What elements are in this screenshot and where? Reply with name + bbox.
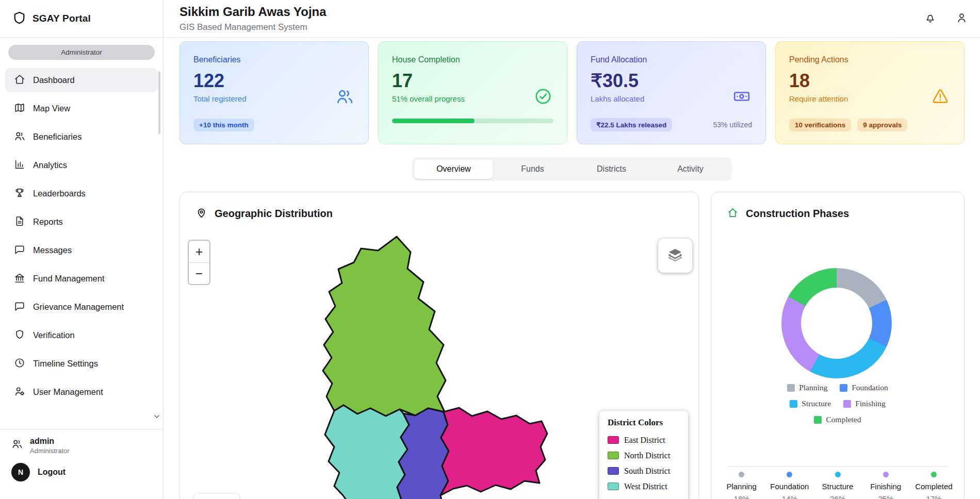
- sidebar-item-label: Dashboard: [33, 75, 75, 85]
- clock-icon: [14, 357, 25, 371]
- user-role: Administrator: [30, 447, 70, 455]
- sidebar-item-dashboard[interactable]: Dashboard: [5, 68, 158, 92]
- construction-phases-panel: Construction Phases Planning Foundation …: [711, 192, 965, 499]
- sidebar-item-label: Messages: [33, 245, 72, 255]
- legend-label: Finishing: [855, 399, 886, 408]
- logout-button[interactable]: N Logout: [11, 463, 152, 481]
- sidebar-item-beneficiaries[interactable]: Beneficiaries: [5, 125, 158, 149]
- phases-donut-chart: [781, 268, 892, 378]
- map-canvas[interactable]: + − District Colors East District North …: [180, 235, 698, 499]
- user-profile-icon[interactable]: [956, 12, 968, 26]
- phases-donut: [781, 268, 892, 378]
- stat-value: 122: [193, 71, 355, 91]
- logout-label: Logout: [38, 468, 66, 477]
- stat-title: House Completion: [392, 55, 553, 64]
- chat-icon: [14, 301, 25, 314]
- legend-label: West District: [624, 482, 667, 491]
- foundation-swatch: [840, 384, 847, 392]
- legend-item-east: East District: [608, 434, 680, 446]
- phase-stat-structure: Structure 26%: [813, 472, 861, 499]
- bank-icon: [14, 272, 25, 286]
- north-district-swatch: [608, 452, 619, 459]
- sidebar-nav: Dashboard Map View Beneficiaries Analyti…: [0, 63, 163, 404]
- phase-stat-planning: Planning 18%: [717, 472, 765, 499]
- stat-value: ₹30.5: [591, 71, 752, 91]
- chat-icon: [14, 244, 25, 257]
- zoom-in-button[interactable]: +: [189, 241, 209, 262]
- phase-value: 25%: [878, 494, 893, 499]
- sidebar-item-timeline-settings[interactable]: Timeline Settings: [5, 352, 158, 376]
- west-district-swatch: [608, 483, 619, 490]
- sidebar-item-label: Analytics: [33, 160, 67, 170]
- legend-label: Foundation: [852, 383, 888, 392]
- zoom-out-button[interactable]: −: [189, 262, 209, 284]
- banknote-icon: [732, 87, 751, 106]
- trophy-icon: [14, 187, 25, 201]
- phases-stats-row: Planning 18% Foundation 14% Structure 26…: [717, 472, 958, 499]
- legend-item-north: North District: [608, 449, 680, 462]
- district-colors-legend: District Colors East District North Dist…: [599, 411, 688, 499]
- bar-chart-icon: [14, 159, 25, 172]
- completion-progress-bar: [392, 119, 553, 123]
- sidebar-item-verification[interactable]: Verification: [5, 323, 158, 347]
- legend-title: District Colors: [608, 418, 680, 428]
- sidebar-item-label: Verification: [33, 330, 75, 340]
- planning-swatch: [787, 384, 795, 392]
- sidebar-item-label: Fund Management: [33, 274, 105, 284]
- file-text-icon: [14, 215, 25, 229]
- check-circle-icon: [534, 87, 552, 106]
- stat-card-pending-actions: Pending Actions 18 Require attention 10 …: [775, 41, 965, 144]
- sidebar-item-fund-management[interactable]: Fund Management: [5, 267, 158, 291]
- legend-label: East District: [624, 436, 665, 445]
- legend-label: Planning: [799, 383, 827, 392]
- users-icon: [11, 437, 23, 452]
- legend-item-structure: Structure: [790, 399, 831, 408]
- divider: [727, 466, 949, 467]
- tab-districts[interactable]: Districts: [572, 159, 651, 179]
- tab-activity[interactable]: Activity: [651, 159, 730, 179]
- district-shape-north[interactable]: [323, 237, 446, 416]
- phase-stat-foundation: Foundation 14%: [765, 472, 813, 499]
- stat-title: Fund Allocation: [591, 55, 752, 64]
- sidebar-item-user-management[interactable]: User Management: [5, 380, 158, 404]
- phase-label: Completed: [915, 482, 953, 491]
- phase-stat-completed: Completed 17%: [910, 472, 958, 499]
- completion-progress-fill: [392, 119, 475, 123]
- approvals-badge: 9 approvals: [857, 119, 907, 131]
- district-shape-east[interactable]: [440, 408, 547, 495]
- verifications-badge: 10 verifications: [789, 119, 851, 131]
- page-header: Sikkim Garib Awas Yojna GIS Based Manage…: [164, 0, 980, 38]
- sidebar-item-messages[interactable]: Messages: [5, 238, 158, 262]
- phase-label: Structure: [822, 482, 854, 491]
- sidebar-item-reports[interactable]: Reports: [5, 210, 158, 234]
- house-icon: [727, 207, 739, 221]
- legend-item-foundation: Foundation: [840, 383, 888, 392]
- tab-overview[interactable]: Overview: [414, 159, 493, 179]
- tab-funds[interactable]: Funds: [493, 159, 572, 179]
- east-district-swatch: [608, 436, 619, 444]
- chevron-down-icon[interactable]: [153, 412, 161, 421]
- district-shape-west[interactable]: [325, 405, 409, 499]
- role-badge: Administrator: [8, 45, 155, 60]
- page-subtitle: GIS Based Management System: [179, 22, 307, 32]
- sidebar-scrollbar[interactable]: [158, 71, 160, 134]
- header-actions: [924, 0, 968, 38]
- map-layers-control[interactable]: [658, 239, 692, 273]
- user-info: admin Administrator: [11, 437, 152, 455]
- south-district-swatch: [608, 467, 619, 475]
- stat-cards-row: Beneficiaries 122 Total registered +10 t…: [179, 41, 965, 144]
- user-gear-icon: [14, 386, 25, 399]
- sidebar-item-analytics[interactable]: Analytics: [5, 153, 158, 177]
- sidebar-item-label: Timeline Settings: [33, 359, 98, 369]
- sidebar-item-grievance-management[interactable]: Grievance Management: [5, 295, 158, 319]
- layers-icon: [667, 246, 683, 265]
- sidebar-item-label: User Management: [33, 387, 103, 397]
- bell-icon[interactable]: [924, 12, 936, 26]
- stat-value: 17: [392, 71, 553, 91]
- phase-label: Finishing: [870, 482, 901, 491]
- sidebar-item-map-view[interactable]: Map View: [5, 96, 158, 121]
- planning-dot: [739, 472, 744, 477]
- sidebar-user-section: admin Administrator N Logout: [0, 429, 163, 499]
- legend-label: Completed: [826, 415, 861, 424]
- sidebar-item-leaderboards[interactable]: Leaderboards: [5, 181, 158, 206]
